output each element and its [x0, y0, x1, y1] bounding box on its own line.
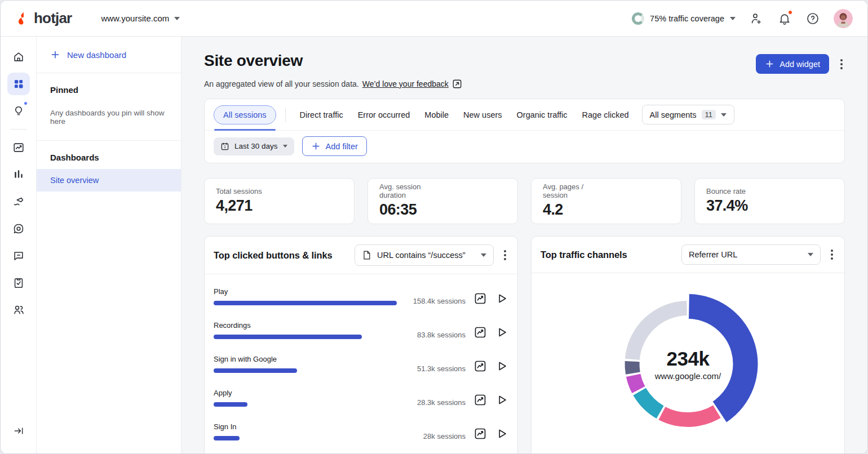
clicked-buttons-list: Play 158.4k sessions Recordings 83.8k se… — [205, 274, 517, 448]
calendar-icon: 1 — [220, 142, 229, 151]
stat-card-bounce-rate[interactable]: Bounce rate 37.4% — [694, 178, 845, 224]
pinned-empty-text: Any dashboards you pin will show here — [50, 109, 167, 126]
user-avatar[interactable] — [834, 9, 853, 28]
view-metric-button[interactable] — [473, 359, 487, 373]
heatmaps-icon — [12, 222, 25, 235]
segment-tab-new-users[interactable]: New users — [456, 106, 510, 124]
clicked-sessions-value: 83.8k sessions — [405, 331, 466, 339]
clicked-bar[interactable] — [214, 436, 240, 440]
page-kebab-menu[interactable] — [838, 57, 845, 72]
clicked-bar[interactable] — [214, 368, 297, 373]
clicked-filter-label: URL contains “/success” — [377, 251, 466, 260]
clicked-bar[interactable] — [214, 335, 362, 339]
play-recordings-button[interactable] — [495, 359, 508, 373]
topbar: hotjar www.yoursite.com 75% traffic cove… — [1, 1, 867, 37]
stat-card-avg-session-duration[interactable]: Avg. session duration 06:35 — [367, 178, 518, 224]
dashboards-section-title: Dashboards — [50, 153, 167, 162]
sidebar-divider — [10, 129, 27, 130]
notifications-button[interactable] — [777, 11, 792, 26]
clicked-bar[interactable] — [214, 402, 247, 407]
hotjar-logo[interactable]: hotjar — [16, 10, 72, 27]
segment-tab-error-occurred[interactable]: Error occurred — [351, 106, 418, 124]
sidebar-item-funnels[interactable] — [7, 163, 30, 186]
stat-value: 37.4% — [706, 197, 748, 215]
site-selector-dropdown[interactable]: www.yoursite.com — [101, 14, 180, 23]
lightbulb-icon — [12, 105, 25, 117]
play-recordings-button[interactable] — [495, 292, 508, 305]
stat-label: Bounce rate — [706, 187, 748, 195]
sidebar-item-journeys[interactable] — [7, 190, 30, 213]
filter-card: All sessionsDirect trafficError occurred… — [204, 99, 845, 163]
all-segments-label: All segments — [650, 110, 697, 119]
stat-card-avg-pages-session[interactable]: Avg. pages / session 4.2 — [531, 178, 681, 224]
traffic-coverage-dropdown[interactable]: 75% traffic coverage — [632, 12, 736, 25]
chevron-down-icon — [730, 17, 736, 20]
clicked-bar[interactable] — [214, 301, 397, 305]
sidebar-item-dashboards[interactable] — [7, 73, 30, 95]
sidebar-item-surveys[interactable] — [7, 271, 30, 294]
page-title: Site overview — [204, 52, 303, 70]
sidebar-item-heatmaps[interactable] — [7, 217, 30, 240]
clicked-sessions-value: 28.3k sessions — [405, 398, 466, 407]
metric-trend-icon — [473, 292, 487, 305]
pinned-section: Pinned Any dashboards you pin will show … — [37, 73, 181, 141]
chevron-down-icon — [174, 17, 180, 20]
sidebar-item-trends[interactable] — [7, 136, 30, 159]
dashboard-item-site-overview[interactable]: Site overview — [37, 169, 181, 192]
sparkline-chart — [608, 189, 670, 212]
all-segments-dropdown[interactable]: All segments 11 — [642, 105, 735, 124]
document-icon — [362, 250, 371, 260]
plus-icon — [765, 59, 774, 69]
view-metric-button[interactable] — [473, 427, 487, 440]
plus-icon — [50, 50, 60, 60]
metric-trend-icon — [473, 359, 487, 373]
feedback-link[interactable]: We’d love your feedback — [362, 79, 449, 88]
site-selector-label: www.yoursite.com — [101, 14, 169, 23]
play-recordings-button[interactable] — [495, 393, 508, 407]
widget-kebab-menu[interactable] — [829, 247, 835, 262]
invite-teammate-button[interactable] — [749, 11, 764, 26]
view-metric-button[interactable] — [473, 292, 487, 305]
segment-tab-rage-clicked[interactable]: Rage clicked — [575, 106, 636, 124]
chevron-down-icon — [283, 145, 287, 148]
trends-icon — [12, 141, 25, 154]
sidebar-item-interviews[interactable] — [7, 299, 30, 321]
segment-divider — [285, 108, 286, 122]
donut-segment[interactable] — [658, 405, 720, 427]
view-metric-button[interactable] — [473, 326, 487, 339]
stat-cards-row: Total sessions 4,271 Avg. session durati… — [204, 178, 845, 224]
surveys-clipboard-icon — [12, 277, 25, 289]
notification-dot — [788, 10, 792, 15]
donut-center-label: www.google.com/ — [655, 371, 721, 381]
segment-tab-mobile[interactable]: Mobile — [417, 106, 456, 124]
donut-segment[interactable] — [633, 388, 663, 419]
new-dashboard-button[interactable]: New dashboard — [37, 37, 181, 73]
metric-trend-icon — [473, 393, 487, 407]
clicked-filter-dropdown[interactable]: URL contains “/success” — [355, 244, 494, 266]
clicked-sessions-value: 28k sessions — [405, 432, 466, 440]
new-dashboard-label: New dashboard — [67, 50, 126, 60]
date-range-dropdown[interactable]: 1 Last 30 days — [214, 137, 294, 155]
donut-segment[interactable] — [625, 361, 640, 375]
sidebar-expand-button[interactable] — [7, 420, 30, 442]
segment-tab-organic-traffic[interactable]: Organic traffic — [510, 106, 575, 124]
add-widget-button[interactable]: Add widget — [756, 54, 829, 74]
sidebar-item-suggestions[interactable] — [7, 100, 30, 122]
help-button[interactable] — [805, 11, 820, 26]
traffic-donut-chart: 234k www.google.com/ — [532, 279, 844, 453]
segment-tab-direct-traffic[interactable]: Direct traffic — [293, 106, 351, 124]
expand-arrow-icon — [13, 425, 24, 437]
funnels-bars-icon — [12, 168, 25, 181]
sidebar-item-home[interactable] — [7, 46, 30, 68]
play-recordings-button[interactable] — [495, 427, 508, 440]
add-filter-button[interactable]: Add filter — [302, 136, 367, 156]
clicked-label: Sign In — [214, 422, 397, 431]
segment-tab-all-sessions[interactable]: All sessions — [214, 105, 276, 124]
traffic-filter-dropdown[interactable]: Referrer URL — [681, 244, 821, 265]
stat-card-total-sessions[interactable]: Total sessions 4,271 — [204, 178, 355, 224]
widget-kebab-menu[interactable] — [502, 248, 508, 262]
play-recordings-button[interactable] — [495, 326, 508, 339]
sidebar-item-feedback[interactable] — [7, 244, 30, 267]
view-metric-button[interactable] — [473, 393, 487, 407]
external-link-icon[interactable] — [452, 79, 462, 89]
